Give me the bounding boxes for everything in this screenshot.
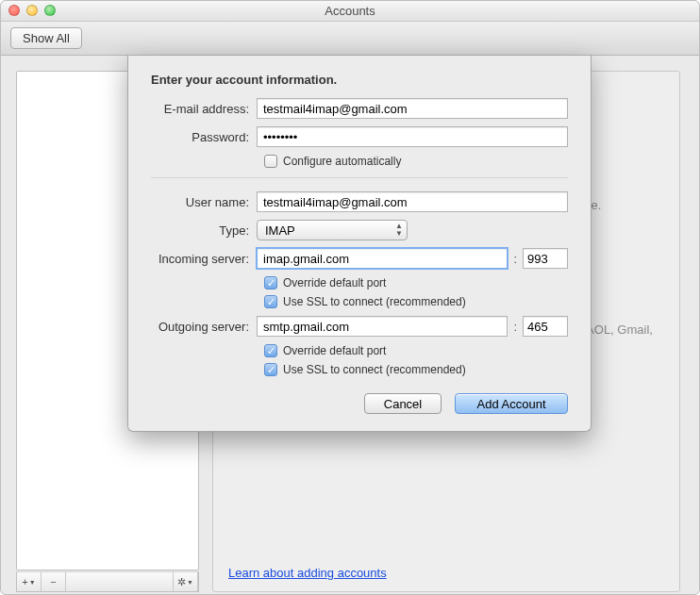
email-field[interactable] <box>257 98 568 119</box>
incoming-label: Incoming server: <box>151 252 257 266</box>
learn-link[interactable]: Learn about adding accounts <box>228 566 387 580</box>
password-label: Password: <box>151 130 257 144</box>
outgoing-port-field[interactable] <box>523 316 568 337</box>
sheet-heading: Enter your account information. <box>151 73 568 87</box>
show-all-button[interactable]: Show All <box>10 27 82 49</box>
colon: : <box>508 320 523 334</box>
remove-account-sidebar-button[interactable]: − <box>42 572 66 591</box>
window: Accounts Show All + ▼ − ✲ ▼ To get start… <box>0 0 700 595</box>
sidebar-footer: + ▼ − ✲ ▼ <box>16 571 199 592</box>
add-account-sidebar-button[interactable]: + ▼ <box>17 572 42 591</box>
incoming-server-field[interactable] <box>257 248 508 269</box>
username-label: User name: <box>151 195 257 209</box>
outgoing-ssl-checkbox[interactable]: ✓ <box>264 363 277 376</box>
minimize-button[interactable] <box>26 5 38 16</box>
outgoing-override-label: Override default port <box>283 344 386 357</box>
cancel-button[interactable]: Cancel <box>364 393 442 414</box>
toolbar: Show All <box>1 22 699 56</box>
type-label: Type: <box>151 223 257 238</box>
incoming-override-checkbox[interactable]: ✓ <box>264 276 277 289</box>
plus-icon: + <box>22 576 27 587</box>
configure-auto-row[interactable]: Configure automatically <box>264 155 568 168</box>
incoming-ssl-checkbox[interactable]: ✓ <box>264 295 277 308</box>
outgoing-override-checkbox[interactable]: ✓ <box>264 344 277 357</box>
add-account-button[interactable]: Add Account <box>455 393 568 414</box>
colon: : <box>508 252 523 266</box>
outgoing-ssl-label: Use SSL to connect (recommended) <box>283 363 466 376</box>
close-button[interactable] <box>8 5 20 16</box>
traffic-lights <box>8 5 56 16</box>
account-sheet: Enter your account information. E-mail a… <box>127 56 592 432</box>
type-value: IMAP <box>265 223 295 238</box>
username-field[interactable] <box>257 191 568 212</box>
incoming-port-field[interactable] <box>523 248 568 269</box>
configure-auto-checkbox[interactable] <box>264 155 277 168</box>
type-popup[interactable]: IMAP ▲▼ <box>257 220 408 240</box>
outgoing-server-field[interactable] <box>257 316 508 337</box>
outgoing-ssl-row[interactable]: ✓ Use SSL to connect (recommended) <box>264 363 568 376</box>
titlebar: Accounts <box>1 1 699 22</box>
incoming-ssl-label: Use SSL to connect (recommended) <box>283 295 466 308</box>
sidebar-gear-button[interactable]: ✲ ▼ <box>174 572 198 591</box>
password-field[interactable] <box>257 126 568 147</box>
incoming-override-label: Override default port <box>283 276 386 289</box>
chevron-down-icon: ▼ <box>187 579 193 586</box>
configure-auto-label: Configure automatically <box>283 155 401 168</box>
incoming-override-row[interactable]: ✓ Override default port <box>264 276 568 289</box>
outgoing-override-row[interactable]: ✓ Override default port <box>264 344 568 357</box>
zoom-button[interactable] <box>44 5 56 16</box>
divider <box>151 177 568 178</box>
sidebar-footer-spacer <box>66 572 174 591</box>
outgoing-label: Outgoing server: <box>151 320 257 334</box>
chevron-down-icon: ▼ <box>29 579 36 586</box>
window-title: Accounts <box>325 4 375 18</box>
gear-icon: ✲ <box>177 576 186 588</box>
email-label: E-mail address: <box>151 102 257 116</box>
incoming-ssl-row[interactable]: ✓ Use SSL to connect (recommended) <box>264 295 568 308</box>
